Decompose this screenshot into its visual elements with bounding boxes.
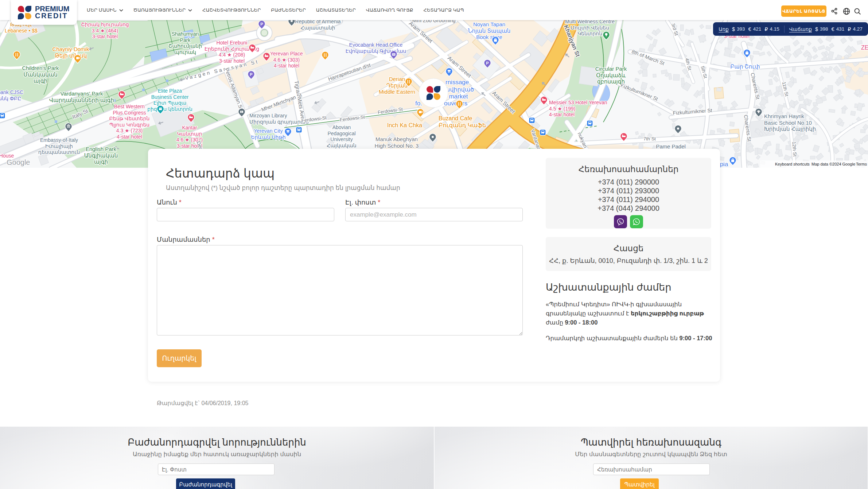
map-label: t market [445, 93, 468, 100]
callback-panel: Պատվիրել հեռախոսազանգ Մեր մասնագետները շ… [434, 427, 868, 489]
address-box: Հասցե ՀՀ, ք. Երևան, 0010, Բուզանդի փ. 1/… [546, 237, 711, 271]
viber-icon[interactable] [614, 215, 627, 228]
map-attribution-data: Map data ©2024 Google [811, 162, 855, 166]
phones-list: +374 (011) 290000+374 (011) 293000+374 (… [546, 178, 711, 213]
nav-item-2[interactable]: ՀԱՇՎԵՏՎՈՒԹՅՈՒՆՆԵՐ [202, 7, 261, 13]
buy-rate-1: €421 [748, 26, 762, 32]
work-hours-paragraph: «Պրեմիում Կրեդիտ» ՈՒՎԿ-ի գլխամասային գրա… [546, 300, 718, 327]
sell-rate-0: $398 [815, 26, 828, 32]
map-bus-icon [587, 120, 593, 126]
callback-subtitle: Մեր մասնագետները շուտով կկապվեն Ձեզ հետ [435, 451, 868, 458]
subscribe-subtitle: Առաջինը իմացեք մեր հատուկ առաջարկների մա… [0, 451, 434, 458]
logo-petals-icon [18, 6, 31, 19]
whatsapp-icon[interactable] [630, 215, 643, 228]
callback-title: Պատվիրել հեռախոսազանգ [435, 437, 868, 448]
share-icon[interactable] [831, 8, 838, 16]
pay-online-button[interactable]: ՎՃԱՐԵԼ ԱՌՑԱՆՑ [781, 5, 826, 17]
form-required-note: Աստղանիշով (*) նշված բոլոր դաշտերը պարտա… [166, 184, 400, 192]
main-nav: ՄԵՐ ՄԱՍԻՆԾԱՌԱՅՈՒԹՅՈՒՆՆԵՐՀԱՇՎԵՏՎՈՒԹՅՈՒՆՆԵ… [87, 0, 464, 20]
sell-rate-2: ₽4.27 [848, 26, 863, 32]
nav-item-0[interactable]: ՄԵՐ ՄԱՍԻՆ [87, 7, 123, 13]
map-bus-icon [0, 113, 5, 119]
map-bus-icon [529, 117, 535, 123]
map-label: Manuk AbeghyanHigh School No. 3 [375, 136, 419, 149]
buy-rate-2: ₽4.15 [764, 26, 779, 32]
map-label: նվիրված [446, 86, 474, 93]
nav-item-4[interactable]: ԱՇԽԱՏԱՏԵՂԵՐ [316, 7, 356, 13]
subscribe-button[interactable]: Բաժանորդագրվել [176, 478, 235, 489]
footer: Բաժանորդագրվել նորություններին Առաջինը ի… [0, 427, 868, 489]
send-button[interactable]: Ուղարկել [157, 349, 202, 367]
address-line: ՀՀ, ք. Երևան, 0010, Բուզանդի փ. 1/3, շին… [546, 257, 711, 265]
map-label: nbank CJSCանկ ՓԲԸ [0, 89, 23, 101]
svg-text:P: P [250, 72, 252, 77]
rates-sell-label: Վաճառք [789, 26, 812, 32]
details-textarea[interactable] [157, 245, 523, 335]
map-label: rnissage [445, 79, 469, 86]
work-hours-section: Աշխատանքային ժամեր «Պրեմիում Կրեդիտ» ՈՒՎ… [546, 282, 718, 343]
subscribe-email-input[interactable] [158, 463, 275, 475]
email-label: Էլ. փոստ * [345, 198, 380, 206]
map-label: Inch Ka Chka [387, 122, 422, 128]
map-attribution-shortcuts: Keyboard shortcuts [775, 162, 810, 166]
details-label: Մանրամասներ * [157, 236, 215, 244]
map-label: ZE [861, 44, 868, 51]
map-label: Yerevan CityԵրևան Սիթի [251, 128, 285, 140]
chevron-down-icon [188, 9, 192, 12]
nav-item-5[interactable]: ՎԱՃԱՌՎՈՂ ԳՈՒՅՔ [366, 7, 413, 13]
svg-text:P: P [260, 22, 263, 26]
exchange-rates-bar: Առք$393€421₽4.15Վաճառք$398€431₽4.27 [713, 22, 868, 36]
phone-number-0[interactable]: +374 (011) 290000 [546, 178, 711, 186]
svg-text:P: P [486, 61, 489, 65]
subscribe-title: Բաժանորդագրվել նորություններին [0, 437, 434, 448]
google-logo: Google [7, 158, 30, 166]
page-title: Հետադարձ կապ [166, 166, 275, 181]
logo-wordmark: PREMIUM CREDIT [35, 5, 69, 19]
logo[interactable]: PREMIUM CREDIT [11, 0, 77, 25]
callback-phone-input[interactable] [593, 463, 710, 475]
nav-item-3[interactable]: ԲԱԺՆԵՏԵՐԵՐ [271, 7, 306, 13]
map-label: pia [720, 161, 728, 168]
phones-title: Հեռախոսահամարներ [546, 164, 711, 174]
phones-box: Հեռախոսահամարներ +374 (011) 290000+374 (… [546, 158, 711, 229]
map-label: Chayniy DomikԹեյի տնակ [52, 46, 89, 59]
map-company-marker [419, 78, 448, 108]
map-label: Evocabank Head OfficeԷվոկաբանկ Գլխամաս [346, 42, 406, 54]
name-input[interactable] [157, 208, 334, 221]
map-label: Բար Շուփ [730, 63, 760, 70]
address-title: Հասցե [546, 244, 711, 253]
cash-hours-paragraph: Դրամարկղի աշխատանքային ժամերն են 9:00 - … [546, 334, 718, 343]
chevron-down-icon [119, 9, 123, 12]
map-label: Circular ParkՕղակաձևզբոսայգի [595, 66, 627, 85]
work-hours-title: Աշխատանքային ժամեր [546, 282, 718, 293]
globe-icon[interactable] [843, 8, 850, 16]
phone-number-1[interactable]: +374 (011) 293000 [546, 186, 711, 195]
phone-number-2[interactable]: +374 (011) 294000 [546, 195, 711, 204]
name-label: Անուն * [157, 198, 182, 206]
map-bus-icon [296, 127, 302, 133]
header: ՄԵՐ ՄԱՍԻՆԾԱՌԱՅՈՒԹՅՈՒՆՆԵՐՀԱՇՎԵՏՎՈՒԹՅՈՒՆՆԵ… [0, 0, 868, 20]
callback-button[interactable]: Պատվիրել [620, 478, 659, 489]
updated-timestamp: Թարմացվել է` 04/06/2019, 19:05 [157, 400, 248, 407]
nav-item-1[interactable]: ԾԱՌԱՅՈՒԹՅՈՒՆՆԵՐ [133, 7, 192, 13]
contact-card: Հետադարձ կապ Աստղանիշով (*) նշված բոլոր … [148, 149, 720, 382]
map-label: 12th St [791, 141, 798, 157]
email-input[interactable] [345, 208, 523, 221]
map-bus-icon [540, 129, 546, 135]
subscribe-panel: Բաժանորդագրվել նորություններին Առաջինը ի… [0, 427, 434, 489]
map-label: Republic of ArmeniaՀայաստանի [295, 19, 341, 31]
sell-rate-1: €431 [832, 26, 845, 32]
map-label: Yerevan Place4.6 ★ (303)4-star hotel [270, 51, 303, 69]
map-label: 7th St [643, 136, 656, 141]
buy-rate-0: $393 [732, 26, 745, 32]
nav-item-6[interactable]: ՀԵՏԱԴԱՐՁ ԿԱՊ [424, 7, 464, 13]
rates-buy-label: Առք [719, 26, 729, 32]
phone-number-3[interactable]: +374 (044) 294000 [546, 204, 711, 213]
map-label: House [0, 153, 14, 159]
map-attribution-terms: Terms [856, 162, 867, 166]
search-icon[interactable] [854, 8, 861, 17]
